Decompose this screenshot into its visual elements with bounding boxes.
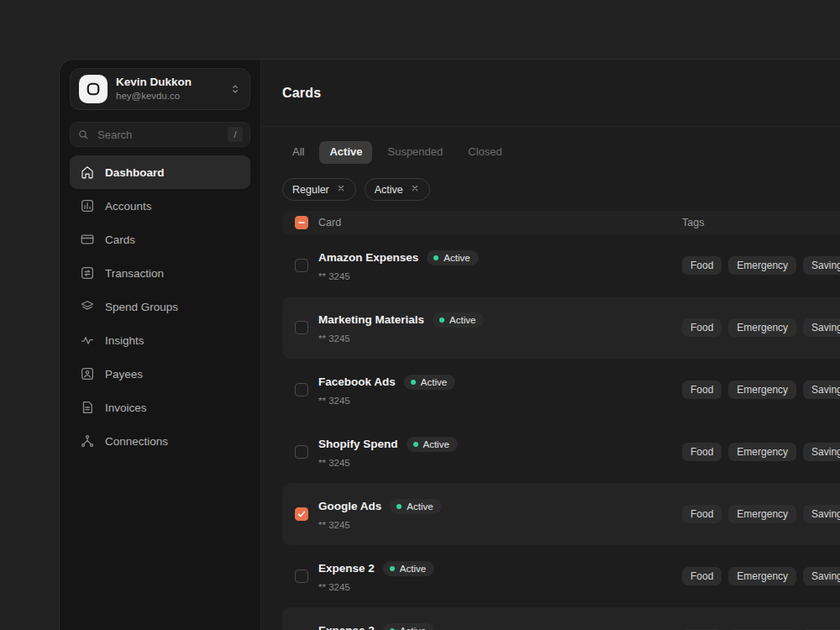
card-name: Shopify Spend	[318, 438, 398, 450]
card-cell: Expense 2 Active ** 3245	[318, 623, 682, 630]
sidebar-item-label: Spend Groups	[105, 301, 178, 313]
status-dot-icon	[439, 318, 444, 323]
table-row[interactable]: Expense 2 Active ** 3245 FoodEmergencySa…	[282, 545, 840, 607]
row-checkbox[interactable]	[295, 507, 308, 521]
table-row[interactable]: Marketing Materials Active ** 3245 FoodE…	[282, 297, 840, 359]
status-badge: Active	[433, 312, 484, 328]
card-name: Amazon Expenses	[318, 251, 418, 264]
row-checkbox[interactable]	[295, 570, 308, 583]
status-dot-icon	[433, 255, 438, 260]
table-row[interactable]: Google Ads Active ** 3245 FoodEmergencyS…	[282, 483, 840, 545]
tags-cell: FoodEmergencySaving	[682, 318, 832, 337]
page-title: Cards	[282, 86, 321, 101]
sidebar-item-spend-groups[interactable]: Spend Groups	[70, 290, 250, 323]
tab-active[interactable]: Active	[319, 141, 372, 163]
tag-pill: Emergency	[728, 381, 796, 399]
card-name: Marketing Materials	[318, 313, 424, 326]
search-input[interactable]	[96, 128, 221, 142]
indeterminate-icon	[297, 218, 307, 228]
table-row[interactable]: Shopify Spend Active ** 3245 FoodEmergen…	[282, 421, 840, 483]
card-name: Google Ads	[318, 500, 381, 512]
filter-chip-active[interactable]: Active	[365, 178, 430, 201]
sidebar-item-label: Invoices	[105, 402, 147, 414]
row-checkbox[interactable]	[295, 445, 308, 459]
table-row[interactable]: Expense 2 Active ** 3245 FoodEmergencySa…	[282, 607, 840, 630]
profile-card[interactable]: Kevin Dukkon hey@kevdu.co	[70, 68, 250, 110]
tags-cell: FoodEmergencySaving	[682, 567, 832, 585]
card-number: ** 3245	[318, 271, 682, 281]
tag-pill: Emergency	[728, 318, 796, 337]
profile-name: Kevin Dukkon	[116, 76, 221, 90]
row-checkbox[interactable]	[295, 383, 308, 396]
table-row[interactable]: Amazon Expenses Active ** 3245 FoodEmerg…	[282, 234, 840, 297]
tag-pill: Food	[682, 443, 722, 461]
cards-table: Card Tags Amazon Expenses Active ** 3245…	[282, 201, 840, 630]
status-badge: Active	[383, 623, 434, 630]
card-name: Expense 2	[318, 624, 375, 630]
card-cell: Expense 2 Active ** 3245	[318, 561, 682, 592]
sidebar-item-label: Insights	[105, 334, 144, 347]
table-header-row: Card Tags	[282, 211, 840, 234]
accounts-icon	[80, 198, 95, 213]
status-dot-icon	[413, 442, 418, 447]
desktop-background: Kevin Dukkon hey@kevdu.co / Dashbo	[0, 0, 840, 630]
search-shortcut-key: /	[228, 127, 243, 142]
status-badge: Active	[383, 561, 434, 576]
status-dot-icon	[396, 504, 402, 509]
tab-suspended[interactable]: Suspended	[377, 141, 453, 163]
sidebar-item-label: Accounts	[105, 200, 152, 213]
remove-filter-icon[interactable]	[336, 183, 346, 196]
table-row[interactable]: Facebook Ads Active ** 3245 FoodEmergenc…	[282, 359, 840, 421]
profile-text: Kevin Dukkon hey@kevdu.co	[116, 76, 221, 102]
select-all-checkbox[interactable]	[295, 216, 308, 229]
chevron-up-down-icon[interactable]	[229, 82, 241, 96]
card-cell: Facebook Ads Active ** 3245	[318, 375, 682, 406]
tab-all[interactable]: All	[282, 141, 314, 163]
filter-chip-label: Active	[375, 184, 403, 196]
tag-pill: Food	[682, 505, 722, 523]
card-cell: Shopify Spend Active ** 3245	[318, 437, 682, 468]
card-number: ** 3245	[318, 396, 682, 406]
tag-pill: Saving	[803, 381, 840, 399]
main-header: Cards	[261, 60, 840, 127]
sidebar-item-cards[interactable]: Cards	[70, 223, 250, 256]
sidebar-item-invoices[interactable]: Invoices	[70, 391, 250, 424]
sidebar-item-label: Payees	[105, 368, 143, 381]
status-badge: Active	[427, 250, 478, 265]
tag-pill: Emergency	[728, 505, 796, 523]
transaction-icon	[80, 265, 95, 281]
sidebar-item-transaction[interactable]: Transaction	[70, 256, 250, 290]
insights-icon	[80, 333, 95, 348]
row-checkbox[interactable]	[295, 259, 308, 272]
invoice-icon	[80, 400, 95, 415]
card-number: ** 3245	[318, 333, 682, 344]
tag-pill: Saving	[803, 318, 840, 337]
filter-chip-reguler[interactable]: Reguler	[282, 178, 356, 201]
row-checkbox[interactable]	[295, 321, 308, 334]
tab-closed[interactable]: Closed	[458, 141, 512, 163]
payee-icon	[80, 366, 95, 381]
sidebar-item-label: Connections	[105, 435, 168, 448]
tag-pill: Food	[682, 318, 722, 337]
search-bar: /	[70, 122, 250, 147]
sidebar: Kevin Dukkon hey@kevdu.co / Dashbo	[60, 60, 261, 630]
sidebar-item-accounts[interactable]: Accounts	[70, 189, 250, 223]
filter-chip-label: Reguler	[292, 184, 329, 196]
sidebar-item-insights[interactable]: Insights	[70, 323, 250, 357]
tag-pill: Saving	[803, 505, 840, 523]
tag-pill: Emergency	[728, 256, 796, 275]
card-cell: Marketing Materials Active ** 3245	[318, 312, 682, 344]
card-name: Expense 2	[318, 562, 375, 575]
search-icon	[77, 129, 89, 140]
sidebar-nav: Dashboard Accounts Cards Transaction Spe…	[70, 155, 250, 458]
sidebar-item-payees[interactable]: Payees	[70, 357, 250, 391]
status-badge: Active	[404, 375, 455, 390]
sidebar-item-connections[interactable]: Connections	[70, 424, 250, 458]
sidebar-item-dashboard[interactable]: Dashboard	[70, 155, 250, 189]
remove-filter-icon[interactable]	[410, 183, 420, 196]
sidebar-item-label: Dashboard	[105, 166, 165, 179]
tags-cell: FoodEmergencySaving	[682, 381, 832, 399]
profile-email: hey@kevdu.co	[116, 90, 221, 102]
active-filter-chips: Reguler Active	[282, 178, 840, 201]
tag-pill: Emergency	[728, 567, 796, 585]
